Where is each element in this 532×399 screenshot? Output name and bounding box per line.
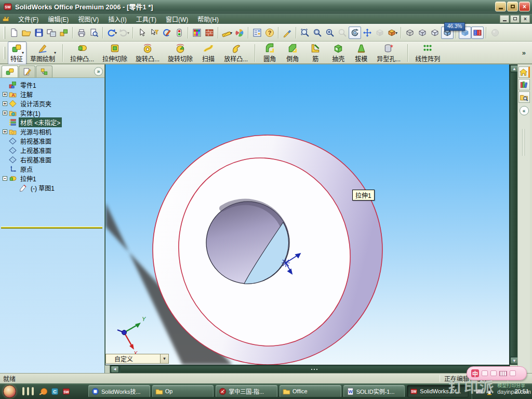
- scroll-left-button[interactable]: ◄: [111, 366, 119, 373]
- pan-button[interactable]: [361, 26, 374, 39]
- tree-item-label[interactable]: 右视基准面: [19, 155, 53, 165]
- design-library-tab[interactable]: [518, 79, 530, 90]
- mode-button[interactable]: 特征▾: [8, 42, 26, 64]
- rotate-view-button[interactable]: [349, 26, 361, 39]
- keyboard-icon[interactable]: [475, 387, 484, 395]
- vertical-scroll-track[interactable]: [511, 73, 517, 356]
- taskbar-button[interactable]: Office: [280, 385, 341, 397]
- ime-chinese-indicator[interactable]: 中: [471, 369, 479, 377]
- expand-icon[interactable]: +: [3, 111, 7, 115]
- tree-item-label[interactable]: (-) 草图1: [29, 183, 56, 193]
- qq-icon[interactable]: [485, 387, 494, 395]
- dropdown-arrow-icon[interactable]: ▾: [127, 31, 129, 35]
- edit-texture-bricks-button[interactable]: [203, 26, 216, 39]
- home-tab[interactable]: [518, 66, 530, 78]
- expand-icon[interactable]: +: [3, 129, 7, 134]
- dropdown-arrow-icon[interactable]: ▾: [22, 50, 24, 55]
- taskbar-button[interactable]: SWSolidWorks Of...: [407, 385, 469, 397]
- zoom-in-out-button[interactable]: [324, 26, 336, 39]
- ime-settings-icon[interactable]: [510, 370, 516, 376]
- menu-item[interactable]: 工具(T): [131, 14, 161, 24]
- select-arrow-button[interactable]: [136, 26, 148, 39]
- print-button[interactable]: [75, 26, 88, 39]
- new-document-button[interactable]: [8, 26, 20, 39]
- menu-item[interactable]: 编辑(E): [43, 14, 73, 24]
- tree-item[interactable]: +光源与相机: [1, 127, 104, 136]
- hidden-lines-removed-button[interactable]: [429, 26, 441, 39]
- tree-item[interactable]: 材质 <未指定>: [1, 117, 104, 127]
- zoom-to-area-button[interactable]: [311, 26, 324, 39]
- taskbar-button[interactable]: SolidWorks技...: [88, 385, 150, 397]
- select-filter-button[interactable]: [148, 26, 161, 39]
- draft-button[interactable]: 拔模: [350, 42, 373, 64]
- extrude-boss-button[interactable]: 拉伸凸...: [66, 42, 98, 64]
- undo-button[interactable]: ▾: [105, 26, 118, 39]
- menu-item[interactable]: 插入(I): [103, 14, 131, 24]
- menu-item[interactable]: 文件(F): [14, 14, 43, 24]
- child-close-button[interactable]: ×: [521, 15, 530, 23]
- tree-item-label[interactable]: 零件1: [19, 80, 38, 90]
- configuration-manager-tab[interactable]: [36, 65, 52, 77]
- ql-communicator-icon[interactable]: C: [50, 387, 59, 396]
- close-button[interactable]: ×: [519, 2, 530, 11]
- toolbar-grip[interactable]: [4, 47, 5, 59]
- taskbar-button[interactable]: WSOLID实例-1...: [343, 385, 405, 397]
- view-orientation-pinwheel-button[interactable]: [233, 26, 246, 39]
- tree-item-label[interactable]: 注解: [19, 89, 34, 99]
- rebuild-traffic-light-button[interactable]: [173, 26, 185, 39]
- taskbar-button[interactable]: Op: [152, 385, 214, 397]
- ime-keyboard-icon[interactable]: [499, 371, 507, 376]
- tree-item-label[interactable]: 原点: [19, 164, 34, 174]
- minimize-button[interactable]: [495, 2, 506, 11]
- splitter-box[interactable]: [105, 365, 110, 374]
- mode-button[interactable]: 草图绘制▾: [28, 42, 59, 64]
- feature-manager-tab[interactable]: [2, 65, 18, 77]
- property-manager-tab[interactable]: [19, 65, 35, 77]
- tree-item[interactable]: 原点: [1, 164, 104, 174]
- edit-color-palette-button[interactable]: [191, 26, 203, 39]
- child-minimize-button[interactable]: [500, 15, 509, 23]
- tree-item-label[interactable]: 设计活页夹: [19, 99, 53, 109]
- taskbar-button[interactable]: 掌中三国-指...: [216, 385, 277, 397]
- horizontal-scroll-track[interactable]: [121, 366, 508, 373]
- revolve-boss-button[interactable]: 旋转凸...: [131, 42, 164, 64]
- extrude-cut-button[interactable]: 拉伸切除: [98, 42, 131, 64]
- tree-item[interactable]: +实体(1): [1, 108, 104, 117]
- sketch-2d-button[interactable]: [161, 26, 173, 39]
- tree-item[interactable]: +A注解: [1, 89, 104, 99]
- view-orientation-combo[interactable]: 自定义 ▼: [105, 354, 169, 364]
- expand-icon[interactable]: +: [3, 101, 7, 106]
- tree-item[interactable]: -拉伸1: [1, 174, 104, 183]
- tree-item-label[interactable]: 实体(1): [19, 108, 42, 118]
- ime-language-bar[interactable]: 中: [467, 366, 527, 380]
- toolbar-grip[interactable]: [4, 26, 5, 39]
- chamfer-button[interactable]: 倒角: [281, 42, 304, 64]
- zoom-to-fit-button[interactable]: [299, 26, 311, 39]
- clock[interactable]: 20:51: [514, 388, 529, 394]
- 3d-model-canvas[interactable]: [105, 64, 509, 365]
- child-restore-button[interactable]: [510, 15, 520, 23]
- tree-item[interactable]: 上视基准面: [1, 145, 104, 155]
- start-button[interactable]: [3, 385, 16, 398]
- menu-item[interactable]: 窗口(W): [161, 14, 193, 24]
- tree-item[interactable]: 右视基准面: [1, 155, 104, 164]
- hidden-lines-visible-button[interactable]: [416, 26, 429, 39]
- sweep-button[interactable]: 扫描: [197, 42, 220, 64]
- horizontal-scrollbar[interactable]: ◄: [105, 365, 509, 373]
- make-assembly-from-part-button[interactable]: [58, 26, 70, 39]
- dropdown-arrow-icon[interactable]: ▾: [115, 31, 117, 35]
- quick-launch-grip[interactable]: [22, 387, 34, 395]
- collapse-icon[interactable]: -: [3, 176, 7, 181]
- tree-item[interactable]: 零件1: [1, 80, 104, 89]
- loft-button[interactable]: 放样凸...: [220, 42, 252, 64]
- task-pane-grip[interactable]: [522, 129, 526, 156]
- ime-mode-icon[interactable]: [490, 370, 497, 376]
- measure-button[interactable]: ▾: [221, 26, 233, 39]
- make-drawing-from-part-button[interactable]: [45, 26, 58, 39]
- hole-wizard-button[interactable]: 异型孔...: [373, 42, 405, 64]
- save-button[interactable]: [33, 26, 45, 39]
- tree-item-label[interactable]: 光源与相机: [19, 127, 53, 137]
- ql-solidworks-icon[interactable]: SW: [62, 387, 71, 396]
- file-explorer-tab[interactable]: [518, 91, 530, 103]
- options-list-button[interactable]: [251, 26, 263, 39]
